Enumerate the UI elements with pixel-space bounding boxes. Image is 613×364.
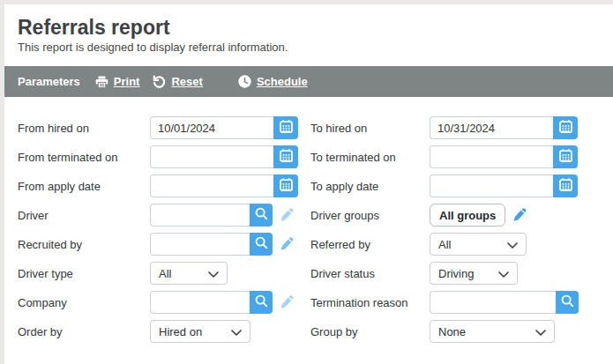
search-icon [254, 293, 269, 311]
field-label-to-apply-date: To apply date [310, 180, 430, 193]
field-label-driver-status: Driver status [310, 267, 430, 280]
print-button-label: Print [114, 75, 140, 88]
chevron-down-icon [535, 325, 546, 338]
field-label-company: Company [18, 296, 150, 309]
from-hired-on-input[interactable] [150, 116, 273, 139]
rotate-left-icon [152, 74, 167, 89]
field-label-driver: Driver [18, 209, 150, 222]
chevron-down-icon [231, 325, 242, 338]
from-terminated-on-calendar-button[interactable] [273, 145, 298, 168]
driver-type-selected-value: All [159, 267, 171, 280]
page-top-border [0, 0, 613, 4]
to-apply-date-calendar-button[interactable] [553, 175, 578, 197]
group-by-selected-value: None [438, 325, 466, 338]
to-apply-date-input[interactable] [430, 175, 553, 197]
field-label-to-hired-on: To hired on [310, 122, 430, 135]
search-icon [560, 293, 575, 311]
to-hired-on-calendar-button[interactable] [553, 116, 578, 139]
parameters-tab-label: Parameters [18, 75, 80, 88]
field-label-order-by: Order by [18, 325, 150, 338]
driver-groups-edit-pencil-icon[interactable] [512, 207, 527, 223]
recruited-by-input[interactable] [150, 233, 250, 256]
field-label-from-terminated-on: From terminated on [18, 151, 150, 164]
parameters-form: From hired on To hired on From terminate… [18, 116, 613, 343]
calendar-icon [558, 119, 573, 137]
company-edit-pencil-icon[interactable] [279, 294, 295, 310]
page-title: Referrals report [18, 16, 613, 39]
chevron-down-icon [208, 267, 219, 280]
toolbar: Parameters Print Reset [4, 66, 613, 97]
page-subtitle: This report is designed to display refer… [18, 41, 613, 54]
company-input[interactable] [150, 291, 250, 314]
schedule-button-label: Schedule [257, 75, 308, 88]
from-apply-date-input[interactable] [150, 175, 273, 197]
to-hired-on-input[interactable] [430, 116, 553, 139]
driver-search-button[interactable] [250, 204, 273, 227]
chevron-down-icon [498, 267, 509, 280]
calendar-icon [279, 148, 294, 166]
driver-groups-button[interactable]: All groups [430, 204, 505, 227]
clock-icon [237, 74, 252, 89]
recruited-by-search-button[interactable] [250, 233, 273, 256]
recruited-by-edit-pencil-icon[interactable] [279, 236, 295, 252]
to-terminated-on-calendar-button[interactable] [553, 145, 578, 168]
group-by-select[interactable]: None [430, 320, 555, 343]
driver-type-select[interactable]: All [150, 262, 228, 285]
company-search-button[interactable] [250, 291, 273, 314]
from-hired-on-calendar-button[interactable] [273, 116, 298, 139]
field-label-driver-type: Driver type [18, 267, 150, 280]
termination-reason-input[interactable] [430, 291, 556, 314]
schedule-button[interactable]: Schedule [237, 74, 308, 89]
chevron-down-icon [507, 238, 518, 251]
field-label-driver-groups: Driver groups [310, 209, 430, 222]
printer-icon [94, 75, 109, 89]
search-icon [254, 206, 269, 224]
calendar-icon [279, 177, 294, 195]
search-icon [254, 235, 269, 253]
reset-button[interactable]: Reset [152, 74, 202, 89]
driver-input[interactable] [150, 204, 250, 227]
termination-reason-search-button[interactable] [556, 291, 579, 314]
field-label-from-hired-on: From hired on [18, 122, 150, 135]
to-terminated-on-input[interactable] [430, 145, 553, 168]
order-by-select[interactable]: Hired on [150, 320, 250, 343]
reset-button-label: Reset [171, 75, 202, 88]
referrals-report-page: Referrals report This report is designed… [0, 16, 613, 343]
driver-status-selected-value: Driving [438, 267, 474, 280]
field-label-termination-reason: Termination reason [310, 296, 430, 309]
field-label-recruited-by: Recruited by [18, 238, 150, 251]
from-terminated-on-input[interactable] [150, 145, 273, 168]
calendar-icon [558, 177, 573, 195]
field-label-to-terminated-on: To terminated on [310, 151, 430, 164]
order-by-selected-value: Hired on [159, 325, 202, 338]
field-label-from-apply-date: From apply date [18, 180, 150, 193]
field-label-referred-by: Referred by [310, 238, 430, 251]
field-label-group-by: Group by [310, 325, 430, 338]
calendar-icon [558, 148, 573, 166]
driver-edit-pencil-icon[interactable] [279, 207, 295, 223]
print-button[interactable]: Print [94, 75, 140, 89]
calendar-icon [279, 119, 294, 137]
from-apply-date-calendar-button[interactable] [273, 175, 298, 197]
referred-by-select[interactable]: All [430, 233, 527, 256]
driver-status-select[interactable]: Driving [430, 262, 518, 285]
referred-by-selected-value: All [438, 238, 451, 251]
